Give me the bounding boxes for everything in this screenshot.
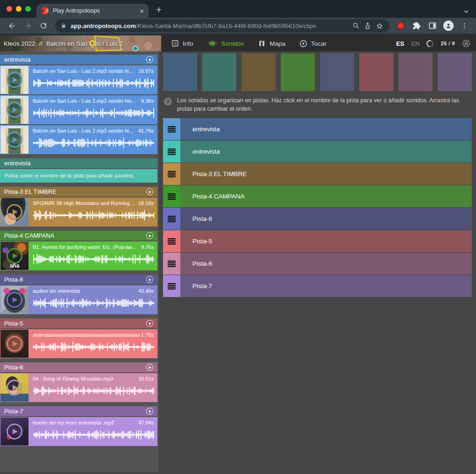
clip-play-icon[interactable] (7, 248, 22, 264)
track-header[interactable]: Pista-5 (0, 318, 157, 328)
audio-clip[interactable]: huerto del rey moro entrevista .mp3 47.9… (0, 417, 157, 446)
drag-handle[interactable] (163, 185, 180, 207)
track-play-icon[interactable] (146, 408, 153, 415)
clip-thumbnail[interactable] (0, 330, 28, 358)
drag-handle[interactable] (163, 253, 180, 275)
track-play-icon[interactable] (146, 276, 153, 283)
audio-clip[interactable]: Balcón en San Luis - Luis 2.mp3 sonido h… (0, 65, 157, 94)
track-play-icon[interactable] (146, 56, 153, 63)
drag-handle[interactable] (163, 230, 180, 252)
bookmark-star-icon[interactable] (376, 22, 384, 30)
clip-play-icon[interactable] (7, 336, 22, 352)
track-row[interactable]: Pista-8 (163, 208, 472, 230)
drag-handle[interactable] (163, 118, 180, 140)
clip-play-icon[interactable] (7, 424, 22, 439)
close-window-button[interactable] (7, 6, 12, 12)
track-row[interactable]: Pista-3 EL TIMBRE (163, 163, 472, 185)
track-row[interactable]: Pista-4 CAMPANA (163, 185, 472, 207)
address-bar[interactable]: app.antropoloops.com/Kleos-Santa-Marina/… (55, 19, 389, 32)
clip-thumbnail[interactable] (0, 417, 28, 446)
tab-sonidos-label: Sonidos (221, 40, 244, 47)
track-row[interactable]: Pista-6 (163, 253, 472, 275)
track-row-bar[interactable]: Pista-3 EL TIMBRE (180, 163, 472, 185)
lang-en-button[interactable]: EN (411, 40, 419, 47)
forward-button[interactable] (21, 19, 35, 33)
track-play-icon[interactable] (146, 232, 153, 239)
track-play-icon[interactable] (146, 188, 153, 195)
audio-clip[interactable]: SPOAMR 08 High Mountains and Running ...… (0, 198, 157, 226)
tab-info[interactable]: Info (171, 40, 193, 47)
clip-thumbnail[interactable] (0, 286, 28, 314)
waveform-icon (207, 40, 218, 47)
minimize-window-button[interactable] (16, 6, 21, 12)
profile-avatar-icon[interactable] (441, 19, 455, 33)
track-row-bar[interactable]: Pista-7 (180, 275, 472, 297)
track-row-bar[interactable]: Pista-6 (180, 253, 472, 275)
back-button[interactable] (5, 19, 19, 33)
clip-play-icon[interactable] (7, 204, 22, 220)
clip-play-icon[interactable] (7, 132, 22, 148)
audio-clip[interactable]: Balcón en San Luis - Luis 2.mp3 sonido h… (0, 125, 157, 154)
extensions-puzzle-icon[interactable] (410, 19, 424, 33)
audio-clip[interactable]: Balcón en San Luis - Luis 2.mp3 sonido h… (0, 95, 157, 124)
track-header[interactable]: Pista-7 (0, 406, 157, 416)
audio-clip[interactable]: audion sin entrevista 43.46s (0, 285, 157, 314)
reload-button[interactable] (36, 19, 50, 33)
track-play-icon[interactable] (146, 320, 153, 327)
clip-thumbnail[interactable] (0, 374, 28, 402)
tab-mapa-label: Mapa (270, 40, 285, 47)
clip-thumbnail[interactable] (0, 126, 28, 154)
track-play-icon[interactable] (146, 364, 153, 371)
lang-es-button[interactable]: ES (396, 40, 404, 47)
tab-tocar[interactable]: Tocar (299, 40, 327, 48)
track-row[interactable]: entrevista (163, 141, 472, 163)
track-header[interactable]: Pista-3 EL TIMBRE (0, 187, 157, 197)
tab-sonidos[interactable]: Sonidos (207, 40, 244, 47)
record-extension-icon[interactable] (394, 19, 408, 33)
clip-thumbnail[interactable] (0, 198, 28, 226)
track-row[interactable]: Pista-7 (163, 275, 472, 297)
track-header[interactable]: Pista-8 (0, 275, 157, 284)
clip-thumbnail[interactable] (0, 66, 28, 94)
clip-play-icon[interactable] (7, 380, 22, 396)
browser-toolbar: app.antropoloops.com/Kleos-Santa-Marina/… (0, 18, 476, 35)
account-icon[interactable] (462, 39, 470, 48)
share-icon[interactable] (364, 22, 371, 29)
new-tab-button[interactable]: + (156, 5, 162, 14)
drag-handle[interactable] (163, 208, 180, 230)
track-row-bar[interactable]: Pista-4 CAMPANA (180, 185, 472, 207)
browser-tab[interactable]: Play Antropoloops × (36, 4, 149, 18)
audio-clip[interactable]: ouaraaaaaaaaaaaaaaaaaaaaaaaaaaaaaaaaaaa.… (0, 329, 157, 358)
clip-play-icon[interactable] (7, 292, 22, 308)
tab-search-chevron-icon[interactable] (463, 8, 469, 17)
track-row-bar[interactable]: Pista-8 (180, 208, 472, 230)
project-title[interactable]: Kleos 2022 (4, 40, 36, 47)
tab-close-icon[interactable]: × (140, 7, 144, 14)
track-row-bar[interactable]: Pista-5 (180, 230, 472, 252)
track-row[interactable]: Pista-5 (163, 230, 472, 252)
audio-clip[interactable]: aña B1. Hymns for purifying water, Etc. … (0, 241, 157, 270)
drag-handle[interactable] (163, 275, 180, 297)
window-controls[interactable] (7, 6, 31, 12)
clip-waveform (33, 107, 155, 119)
track-row-bar[interactable]: entrevista (180, 141, 472, 163)
drag-handle[interactable] (163, 141, 180, 163)
track-row[interactable]: entrevista (163, 118, 472, 140)
clip-play-icon[interactable] (7, 72, 22, 88)
browser-menu-icon[interactable] (457, 19, 471, 33)
track-row-bar[interactable]: entrevista (180, 118, 472, 140)
track-header[interactable]: Pista-6 (0, 362, 157, 372)
track-header[interactable]: entrevista (0, 158, 157, 168)
clip-thumbnail[interactable] (0, 96, 28, 124)
fullscreen-window-button[interactable] (25, 6, 31, 12)
track-header[interactable]: entrevista (0, 55, 157, 64)
drag-handle[interactable] (163, 163, 180, 185)
header-right: ES EN 25 / 9 (396, 39, 476, 48)
side-panel-icon[interactable] (426, 19, 440, 33)
clip-play-icon[interactable] (7, 102, 22, 118)
tab-mapa[interactable]: Mapa (258, 40, 285, 47)
track-header[interactable]: Pista-4 CAMPANA (0, 231, 157, 241)
clip-thumbnail[interactable]: aña (0, 242, 28, 270)
zoom-page-icon[interactable] (352, 22, 360, 29)
audio-clip[interactable]: 04 - Song of Yimeng Mountain.mp3 10.51s (0, 373, 157, 402)
